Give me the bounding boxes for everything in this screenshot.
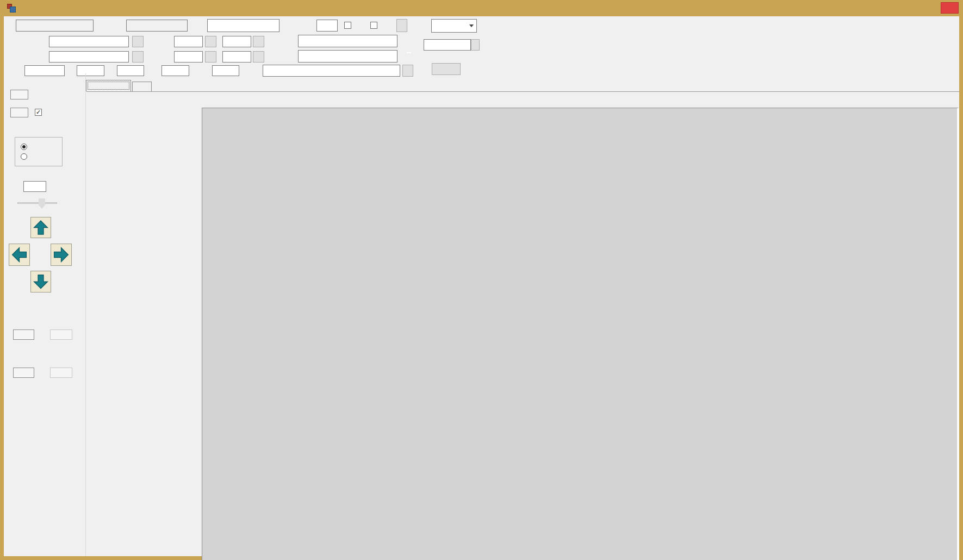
italic-checkbox[interactable]: [370, 22, 377, 29]
colors-field-1[interactable]: [174, 36, 203, 47]
bold-checkbox[interactable]: [344, 22, 351, 29]
height-field[interactable]: [212, 65, 239, 76]
bitmapfile2-browse-button[interactable]: [132, 51, 144, 63]
move-left-button[interactable]: [9, 244, 30, 266]
font-field[interactable]: [207, 19, 279, 32]
copy-button[interactable]: [13, 368, 34, 378]
step-size-field[interactable]: [23, 181, 46, 192]
bitmapfile1-browse-button[interactable]: [132, 36, 144, 47]
mode-groupbox: [15, 137, 63, 166]
chevron-down-icon: [469, 24, 474, 27]
close-icon[interactable]: [941, 2, 959, 14]
width-field[interactable]: [161, 65, 189, 76]
mode-resize-radio[interactable]: [21, 153, 27, 160]
hide-button[interactable]: [10, 108, 28, 117]
tab-main[interactable]: [132, 82, 152, 91]
application-window: ✓: [0, 0, 963, 560]
redo-button[interactable]: [50, 329, 72, 340]
arrow-left-icon: [11, 246, 28, 264]
hotkey-field[interactable]: [424, 39, 471, 51]
font-browse-button[interactable]: [396, 19, 407, 32]
move-up-button[interactable]: [30, 217, 51, 238]
keycode-modifiers-label: [407, 52, 411, 53]
paste-button[interactable]: [50, 368, 72, 378]
arrow-down-icon: [33, 273, 49, 290]
colors-field-2[interactable]: [222, 36, 251, 47]
highlight-field-2[interactable]: [222, 51, 251, 63]
y-field[interactable]: [117, 65, 144, 76]
arrow-right-icon: [53, 246, 70, 264]
size-field[interactable]: [316, 20, 338, 32]
undo-button[interactable]: [13, 329, 34, 340]
colors-browse-button-2[interactable]: [253, 36, 264, 47]
hotkey-clear-button[interactable]: [471, 39, 480, 51]
script-field[interactable]: [263, 65, 400, 77]
script-browse-button[interactable]: [402, 65, 413, 77]
screen-canvas[interactable]: [202, 108, 959, 560]
window-content: ✓: [4, 16, 959, 556]
tab-control-select[interactable]: [86, 80, 131, 91]
id-field[interactable]: [16, 20, 94, 32]
show-hidden-checkbox[interactable]: ✓: [35, 109, 42, 116]
highlight-browse-button-1[interactable]: [205, 51, 216, 63]
highlight-browse-button-2[interactable]: [253, 51, 264, 63]
radio-dot: [22, 145, 26, 148]
move-down-button[interactable]: [30, 271, 51, 293]
app-icon-blue-square: [10, 7, 16, 13]
tooltip-field[interactable]: [298, 50, 397, 63]
type-field: [126, 20, 188, 32]
title-bar[interactable]: [0, 0, 963, 16]
arrow-up-icon: [33, 219, 49, 236]
app-icon: [7, 4, 16, 13]
set-button[interactable]: [432, 63, 461, 75]
show-button[interactable]: [10, 90, 28, 99]
step-size-slider-track[interactable]: [17, 202, 57, 204]
bitmapfile1-field[interactable]: [49, 36, 129, 47]
move-right-button[interactable]: [51, 244, 72, 266]
colors-browse-button-1[interactable]: [205, 36, 216, 47]
highlight-field-1[interactable]: [174, 51, 203, 63]
minimize-icon[interactable]: [906, 2, 922, 14]
maximize-icon[interactable]: [923, 2, 940, 14]
text-field[interactable]: [298, 35, 397, 47]
mode-move-radio[interactable]: [21, 144, 27, 150]
bitmapfile2-field[interactable]: [49, 51, 129, 63]
style-dropdown[interactable]: [431, 19, 477, 33]
